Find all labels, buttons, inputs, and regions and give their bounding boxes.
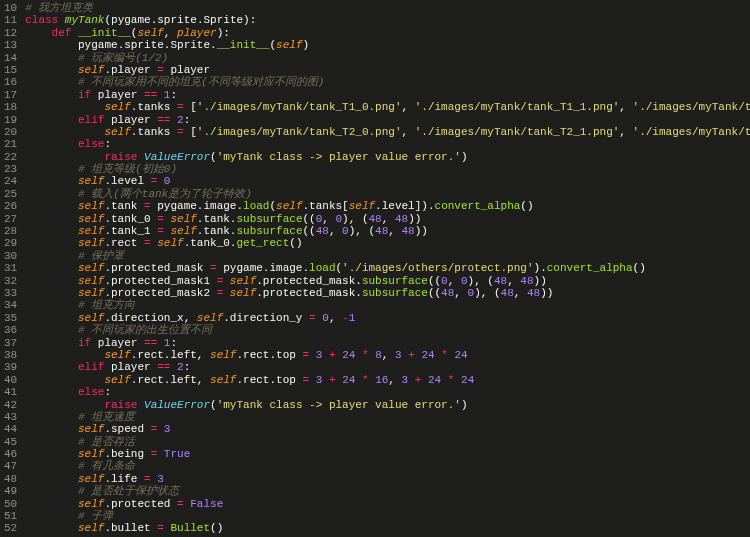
code-line[interactable]: # 坦克方向 <box>25 299 750 311</box>
token-str: './images/others/protect.png' <box>342 262 533 274</box>
code-line[interactable]: else: <box>25 386 750 398</box>
code-line[interactable]: self.tank_0 = self.tank.subsurface((0, 0… <box>25 213 750 225</box>
line-number: 16 <box>4 76 17 88</box>
token-op: == <box>144 337 157 349</box>
token-pun: .tanks[ <box>302 200 348 212</box>
token-pun: , <box>388 225 401 237</box>
line-number: 32 <box>4 275 17 287</box>
token-pun: , <box>514 287 527 299</box>
token-fn: get_rect <box>236 237 289 249</box>
code-line[interactable]: self.being = True <box>25 448 750 460</box>
code-line[interactable]: self.level = 0 <box>25 175 750 187</box>
token-fn: subsurface <box>236 213 302 225</box>
code-line[interactable]: self.rect = self.tank_0.get_rect() <box>25 237 750 249</box>
token-pun <box>25 76 78 88</box>
token-op: = <box>177 498 184 510</box>
code-line[interactable]: pygame.sprite.Sprite.__init__(self) <box>25 39 750 51</box>
code-editor[interactable]: 1011121314151617181920212223242526272829… <box>0 0 750 535</box>
token-attr: Sprite <box>170 39 210 51</box>
code-line[interactable]: # 不同玩家的出生位置不同 <box>25 324 750 336</box>
code-line[interactable]: # 是否存活 <box>25 436 750 448</box>
token-pun: [ <box>184 101 197 113</box>
token-self: self <box>78 287 104 299</box>
code-line[interactable]: # 坦克速度 <box>25 411 750 423</box>
line-number: 30 <box>4 250 17 262</box>
token-op: * <box>362 374 369 386</box>
code-line[interactable]: self.rect.left, self.rect.top = 3 + 24 *… <box>25 349 750 361</box>
token-pun: (( <box>428 275 441 287</box>
code-line[interactable]: elif player == 2: <box>25 361 750 373</box>
token-pun <box>25 436 78 448</box>
token-num: 48 <box>402 225 415 237</box>
code-line[interactable]: self.protected = False <box>25 498 750 510</box>
token-pun: .protected_mask1 <box>104 275 216 287</box>
code-line[interactable]: # 坦克等级(初始0) <box>25 163 750 175</box>
token-pun: .player <box>104 64 157 76</box>
line-number: 42 <box>4 399 17 411</box>
token-op: == <box>157 114 170 126</box>
token-cmt: # 我方坦克类 <box>25 2 93 14</box>
code-line[interactable]: # 玩家编号(1/2) <box>25 52 750 64</box>
token-cmt: # 有几条命 <box>78 460 135 472</box>
code-line[interactable]: raise ValueError('myTank class -> player… <box>25 151 750 163</box>
token-cmt: # 是否存活 <box>78 436 135 448</box>
token-cmt: # 是否处于保护状态 <box>78 485 179 497</box>
code-line[interactable]: else: <box>25 138 750 150</box>
code-line[interactable]: class myTank(pygame.sprite.Sprite): <box>25 14 750 26</box>
token-fn: convert_alpha <box>435 200 521 212</box>
token-op: * <box>362 349 369 361</box>
code-line[interactable]: self.tank = pygame.image.load(self.tanks… <box>25 200 750 212</box>
code-line[interactable]: self.protected_mask1 = self.protected_ma… <box>25 275 750 287</box>
token-pun: , <box>388 374 401 386</box>
code-line[interactable]: self.player = player <box>25 64 750 76</box>
code-line[interactable]: # 是否处于保护状态 <box>25 485 750 497</box>
token-pun <box>322 374 329 386</box>
token-pun: .direction_x, <box>104 312 196 324</box>
token-pun: .rect.top <box>236 374 302 386</box>
token-pun <box>25 39 78 51</box>
token-cmt: # 坦克速度 <box>78 411 135 423</box>
token-pun <box>421 374 428 386</box>
line-number: 26 <box>4 200 17 212</box>
code-line[interactable]: # 有几条命 <box>25 460 750 472</box>
token-num: 2 <box>177 361 184 373</box>
token-param: player <box>177 27 217 39</box>
code-line[interactable]: self.tank_1 = self.tank.subsurface((48, … <box>25 225 750 237</box>
code-line[interactable]: if player == 1: <box>25 337 750 349</box>
line-number: 18 <box>4 101 17 113</box>
token-op: = <box>157 522 164 534</box>
code-line[interactable]: self.protected_mask = pygame.image.load(… <box>25 262 750 274</box>
code-line[interactable]: # 不同玩家用不同的坦克(不同等级对应不同的图) <box>25 76 750 88</box>
code-line[interactable]: if player == 1: <box>25 89 750 101</box>
token-pun: : <box>184 114 191 126</box>
token-pun <box>25 126 104 138</box>
code-line[interactable]: self.rect.left, self.rect.top = 3 + 24 *… <box>25 374 750 386</box>
token-num: 24 <box>342 374 355 386</box>
code-line[interactable]: def __init__(self, player): <box>25 27 750 39</box>
code-line[interactable]: elif player == 2: <box>25 114 750 126</box>
line-number-gutter: 1011121314151617181920212223242526272829… <box>0 0 25 535</box>
token-pun: .tank_1 <box>104 225 157 237</box>
code-line[interactable]: # 载入(两个tank是为了轮子特效) <box>25 188 750 200</box>
code-line[interactable]: self.protected_mask2 = self.protected_ma… <box>25 287 750 299</box>
code-line[interactable]: # 保护罩 <box>25 250 750 262</box>
code-line[interactable]: self.speed = 3 <box>25 423 750 435</box>
code-line[interactable]: # 子弹 <box>25 510 750 522</box>
code-line[interactable]: self.bullet = Bullet() <box>25 522 750 534</box>
code-line[interactable]: self.tanks = ['./images/myTank/tank_T1_0… <box>25 101 750 113</box>
line-number: 34 <box>4 299 17 311</box>
token-pun: , <box>619 101 632 113</box>
token-pun <box>25 237 78 249</box>
code-line[interactable]: raise ValueError('myTank class -> player… <box>25 399 750 411</box>
token-self: self <box>78 200 104 212</box>
code-line[interactable]: self.life = 3 <box>25 473 750 485</box>
code-line[interactable]: self.direction_x, self.direction_y = 0, … <box>25 312 750 324</box>
code-area[interactable]: # 我方坦克类class myTank(pygame.sprite.Sprite… <box>25 0 750 535</box>
code-line[interactable]: # 我方坦克类 <box>25 2 750 14</box>
token-self: self <box>137 27 163 39</box>
token-pun <box>25 299 78 311</box>
code-line[interactable]: self.tanks = ['./images/myTank/tank_T2_0… <box>25 126 750 138</box>
token-pun: .protected_mask <box>104 262 210 274</box>
token-self: self <box>78 175 104 187</box>
token-num: 0 <box>342 225 349 237</box>
